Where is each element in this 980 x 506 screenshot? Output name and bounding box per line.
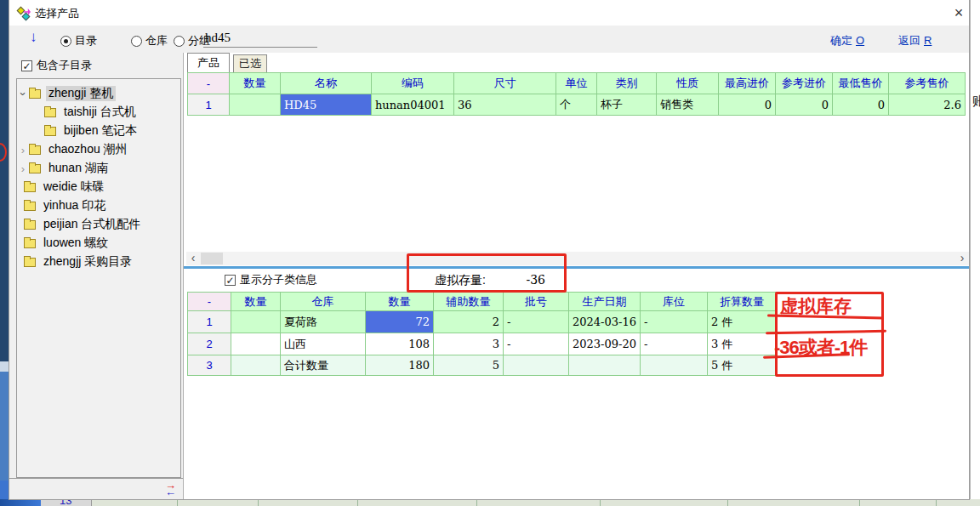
product-row[interactable]: 1 HD45 hunan04001 36 个 杯子 销售类 0 0 0 2.6 bbox=[188, 94, 966, 116]
col-header[interactable]: 数量 bbox=[230, 73, 281, 94]
col-header[interactable]: 参考进价 bbox=[776, 73, 833, 94]
row-number[interactable]: 2 bbox=[188, 333, 231, 355]
row-number[interactable]: 1 bbox=[188, 94, 230, 116]
tree-item-label[interactable]: chaozhou 潮州 bbox=[46, 142, 130, 157]
stock-row[interactable]: 2 山西 108 3 - 2023-09-20 - 3 件 bbox=[188, 333, 777, 355]
col-header[interactable]: - bbox=[188, 73, 230, 94]
cell-location[interactable] bbox=[640, 355, 707, 376]
col-header[interactable]: 数量 bbox=[366, 293, 434, 311]
cell-qty[interactable] bbox=[231, 311, 281, 333]
radio-circle[interactable] bbox=[174, 36, 185, 47]
col-header[interactable]: 仓库 bbox=[281, 293, 366, 311]
cell-unit[interactable]: 个 bbox=[556, 94, 597, 116]
confirm-button[interactable]: 确定O bbox=[830, 33, 864, 48]
cell-nature[interactable]: 销售类 bbox=[657, 94, 719, 116]
col-header[interactable]: 名称 bbox=[281, 73, 372, 94]
col-header[interactable]: 编码 bbox=[372, 73, 454, 94]
cell-aux-qty[interactable]: 3 bbox=[434, 333, 504, 355]
cell-converted-qty[interactable]: 2 件 bbox=[707, 311, 776, 333]
tree-item-label[interactable]: yinhua 印花 bbox=[41, 198, 108, 213]
cell-location[interactable]: - bbox=[640, 311, 707, 333]
tree-item-label[interactable]: zhengji 整机 bbox=[46, 86, 116, 101]
col-header[interactable]: 折算数量 bbox=[707, 293, 776, 311]
cell-converted-qty[interactable]: 3 件 bbox=[707, 333, 776, 355]
cell-name-selected[interactable]: HD45 bbox=[281, 94, 372, 116]
cell-max-purchase[interactable]: 0 bbox=[719, 94, 776, 116]
swap-icon[interactable]: → ← bbox=[165, 482, 179, 496]
tab-selected[interactable]: 已选 bbox=[233, 54, 267, 72]
cell-quantity[interactable]: 108 bbox=[366, 333, 434, 355]
stock-row[interactable]: 1 夏荷路 72 2 - 2024-03-16 - 2 件 bbox=[188, 311, 777, 333]
tree-item-label[interactable]: hunan 湖南 bbox=[46, 161, 111, 176]
col-header[interactable]: 批号 bbox=[504, 293, 569, 311]
col-header[interactable]: 单位 bbox=[556, 73, 597, 94]
col-header[interactable]: 辅助数量 bbox=[434, 293, 504, 311]
return-button[interactable]: 返回R bbox=[898, 33, 932, 48]
include-subdirs-checkbox[interactable]: ✓ 包含子目录 bbox=[21, 58, 92, 73]
scroll-left-icon[interactable]: ‹ bbox=[186, 252, 200, 265]
cell-prod-date[interactable]: 2023-09-20 bbox=[569, 333, 641, 355]
cell-ref-sale[interactable]: 2.6 bbox=[889, 94, 966, 116]
cell-prod-date[interactable]: 2024-03-16 bbox=[569, 311, 641, 333]
cell-size[interactable]: 36 bbox=[454, 94, 556, 116]
cell-qty[interactable] bbox=[231, 355, 281, 376]
checkbox-check-icon[interactable]: ✓ bbox=[225, 275, 236, 286]
tab-products[interactable]: 产品 bbox=[187, 53, 230, 72]
col-header[interactable]: 尺寸 bbox=[454, 73, 556, 94]
cell-batch[interactable]: - bbox=[504, 333, 569, 355]
cell-category[interactable]: 杯子 bbox=[597, 94, 657, 116]
col-header[interactable]: 库位 bbox=[640, 293, 707, 311]
chevron-right-icon[interactable]: › bbox=[17, 162, 29, 175]
tree-item-luowen[interactable]: luowen 螺纹 bbox=[17, 234, 180, 253]
col-header[interactable]: 参考售价 bbox=[889, 73, 966, 94]
close-icon[interactable]: × bbox=[949, 3, 968, 22]
chevron-down-icon[interactable]: › bbox=[17, 88, 30, 99]
cell-quantity[interactable]: 180 bbox=[366, 355, 434, 376]
scrollbar-thumb[interactable] bbox=[201, 253, 223, 264]
tree-item-hunan[interactable]: › hunan 湖南 bbox=[17, 159, 180, 178]
tree-item-label[interactable]: bijiben 笔记本 bbox=[61, 123, 140, 139]
cell-location[interactable]: - bbox=[640, 333, 707, 355]
row-number[interactable]: 1 bbox=[188, 311, 231, 333]
cell-min-sale[interactable]: 0 bbox=[833, 94, 889, 116]
cell-code[interactable]: hunan04001 bbox=[372, 94, 454, 116]
tree-item-zhengjj[interactable]: zhengjj 采购目录 bbox=[17, 253, 180, 271]
cell-warehouse[interactable]: 合计数量 bbox=[281, 355, 366, 376]
tree-item-label[interactable]: taishiji 台式机 bbox=[61, 105, 139, 120]
cell-qty[interactable] bbox=[230, 94, 281, 116]
cell-ref-purchase[interactable]: 0 bbox=[776, 94, 833, 116]
tree-item-taishiji[interactable]: taishiji 台式机 bbox=[17, 103, 180, 122]
tree-item-label[interactable]: luowen 螺纹 bbox=[41, 236, 111, 251]
checkbox-check-icon[interactable]: ✓ bbox=[21, 60, 32, 71]
cell-quantity-selected[interactable]: 72 bbox=[366, 311, 434, 333]
show-subclass-checkbox[interactable]: ✓ 显示分子类信息 bbox=[225, 272, 317, 287]
tree-item-weidie[interactable]: weidie 味碟 bbox=[17, 178, 180, 196]
cell-warehouse[interactable]: 夏荷路 bbox=[281, 311, 366, 333]
radio-directory[interactable]: 目录 bbox=[60, 33, 97, 48]
radio-circle[interactable] bbox=[60, 36, 71, 47]
cell-batch[interactable]: - bbox=[504, 311, 569, 333]
col-header[interactable]: 最低售价 bbox=[833, 73, 889, 94]
move-down-icon[interactable]: ↓ bbox=[30, 29, 37, 46]
horizontal-scrollbar[interactable]: ‹ › bbox=[186, 252, 969, 265]
col-header[interactable]: 生产日期 bbox=[569, 293, 641, 311]
stock-total-row[interactable]: 3 合计数量 180 5 5 件 bbox=[188, 355, 777, 376]
cell-aux-qty[interactable]: 2 bbox=[434, 311, 504, 333]
col-header[interactable]: 性质 bbox=[657, 73, 719, 94]
col-header[interactable]: 类别 bbox=[597, 73, 657, 94]
tree-item-label[interactable]: peijian 台式机配件 bbox=[41, 217, 143, 232]
row-number[interactable]: 3 bbox=[188, 355, 231, 376]
tree-item-zhengji[interactable]: › zhengji 整机 bbox=[17, 84, 180, 103]
cell-prod-date[interactable] bbox=[569, 355, 641, 376]
cell-warehouse[interactable]: 山西 bbox=[281, 333, 366, 355]
tree-item-yinhua[interactable]: yinhua 印花 bbox=[17, 196, 180, 215]
radio-circle[interactable] bbox=[131, 36, 142, 47]
cell-batch[interactable] bbox=[504, 355, 569, 376]
chevron-right-icon[interactable]: › bbox=[17, 144, 29, 156]
tree-item-peijian[interactable]: peijian 台式机配件 bbox=[17, 215, 180, 234]
col-header[interactable]: - bbox=[188, 293, 231, 311]
search-input[interactable] bbox=[203, 27, 317, 48]
tree-item-label[interactable]: zhengjj 采购目录 bbox=[41, 254, 134, 270]
cell-qty[interactable] bbox=[231, 333, 281, 355]
radio-warehouse[interactable]: 仓库 bbox=[131, 33, 168, 48]
